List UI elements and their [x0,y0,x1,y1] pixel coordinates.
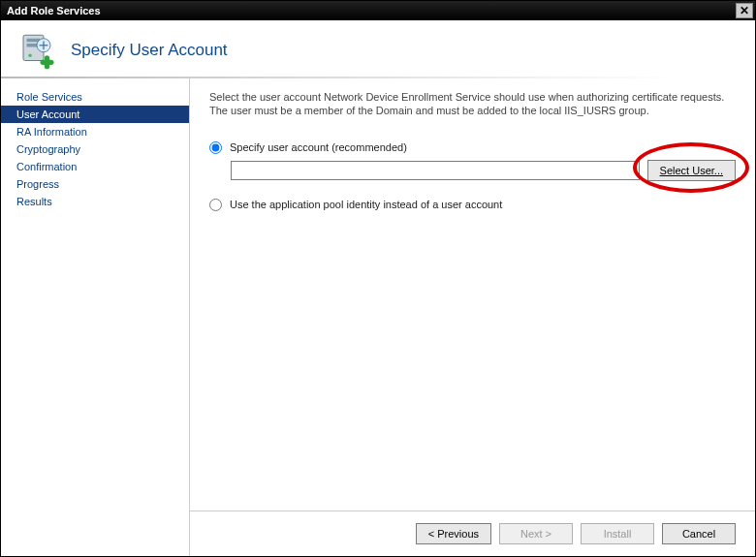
sidebar-item-cryptography[interactable]: Cryptography [1,140,189,158]
previous-button[interactable]: < Previous [416,523,491,544]
svg-rect-8 [45,55,49,69]
cancel-button[interactable]: Cancel [662,523,736,544]
option-specify-user[interactable]: Specify user account (recommended) [209,141,736,154]
content-area: Select the user account Network Device E… [190,78,755,511]
selected-user-input[interactable] [231,161,640,180]
radio-specify-user[interactable] [209,141,222,154]
sidebar-item-label: Results [16,196,52,207]
sidebar-item-progress[interactable]: Progress [1,175,189,193]
wizard-body: Role Services User Account RA Informatio… [1,78,755,556]
sidebar-item-confirmation[interactable]: Confirmation [1,158,189,175]
sidebar-item-label: RA Information [16,126,87,138]
add-role-services-window: Add Role Services ✕ Specify User Account… [0,0,756,557]
server-plus-icon [16,30,57,71]
sidebar-item-label: User Account [16,108,79,120]
radio-app-pool-label: Use the application pool identity instea… [230,199,502,210]
radio-specify-user-label: Specify user account (recommended) [230,141,407,153]
page-title: Specify User Account [71,41,228,60]
close-icon: ✕ [740,5,749,16]
next-button: Next > [499,523,573,544]
close-button[interactable]: ✕ [736,3,753,18]
wizard-main: Select the user account Network Device E… [189,78,755,556]
select-user-button[interactable]: Select User... [647,160,736,181]
user-selection-row: Select User... [231,160,736,181]
svg-point-3 [28,54,32,58]
titlebar: Add Role Services ✕ [1,1,755,20]
sidebar-item-results[interactable]: Results [1,193,189,210]
sidebar-item-ra-information[interactable]: RA Information [1,123,189,140]
wizard-header: Specify User Account [1,20,755,77]
window-title: Add Role Services [7,5,101,16]
wizard-footer: < Previous Next > Install Cancel [190,511,755,556]
install-button: Install [581,523,654,544]
wizard-steps-sidebar: Role Services User Account RA Informatio… [1,78,189,556]
radio-app-pool[interactable] [209,199,222,211]
sidebar-item-label: Progress [16,178,59,190]
sidebar-item-label: Cryptography [16,143,80,155]
description-text: Select the user account Network Device E… [209,90,736,118]
sidebar-item-label: Role Services [16,91,82,103]
option-app-pool-identity[interactable]: Use the application pool identity instea… [209,199,736,211]
sidebar-item-role-services[interactable]: Role Services [1,88,189,106]
sidebar-item-label: Confirmation [16,161,77,172]
sidebar-item-user-account[interactable]: User Account [1,106,189,123]
